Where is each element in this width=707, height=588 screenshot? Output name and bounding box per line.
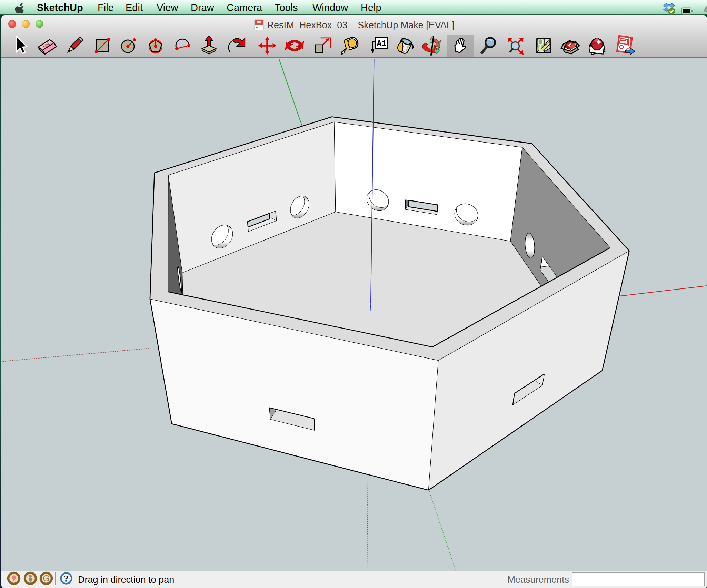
svg-text:?: ? bbox=[64, 573, 69, 584]
svg-text:G: G bbox=[43, 574, 49, 583]
svg-text:A1: A1 bbox=[377, 39, 386, 48]
